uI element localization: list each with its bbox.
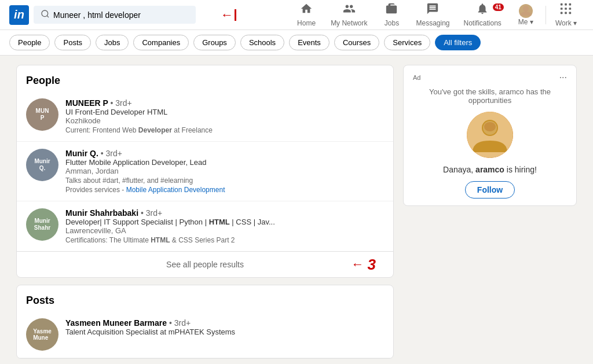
filter-events[interactable]: Events	[289, 35, 330, 50]
person-location: Kozhikode	[65, 116, 384, 125]
nav-messaging-label: Messaging	[416, 19, 449, 27]
svg-rect-7	[565, 8, 568, 10]
person-info: Munir Shahrbabaki • 3rd+ Developer| IT S…	[65, 208, 384, 244]
nav-divider	[546, 6, 546, 24]
nav-me-label: Me ▾	[518, 18, 533, 26]
posts-section-title: Posts	[17, 285, 393, 311]
person-title: Developer| IT Support Specialist | Pytho…	[65, 218, 384, 226]
nav-jobs-label: Jobs	[385, 19, 399, 27]
svg-rect-5	[569, 3, 572, 6]
ad-card: Ad ··· You've got the skills, aramco has…	[403, 65, 577, 206]
avatar	[519, 4, 533, 18]
person-name[interactable]: Munir Q. • 3rd+	[65, 149, 384, 158]
svg-rect-6	[561, 8, 563, 10]
filter-groups[interactable]: Groups	[193, 35, 236, 50]
ad-text: You've got the skills, aramco has the op…	[413, 87, 567, 105]
svg-rect-10	[565, 12, 568, 14]
left-column: People MUNP MUNEER P • 3rd+ UI Front-End…	[16, 65, 394, 359]
ad-person-image	[467, 112, 513, 158]
person-name[interactable]: MUNEER P • 3rd+	[65, 98, 384, 108]
table-row: MunirQ. Munir Q. • 3rd+ Flutter Mobile A…	[17, 142, 393, 201]
linkedin-logo[interactable]: in	[9, 5, 29, 25]
person-meta: Certifications: The Ultimate HTML & CSS …	[65, 236, 384, 244]
filter-schools[interactable]: Schools	[240, 35, 284, 50]
people-section-title: People	[17, 65, 393, 91]
work-icon	[559, 2, 572, 18]
list-item: YasmeMune Yasmeen Muneer Barmare • 3rd+ …	[17, 311, 393, 358]
ad-label: Ad	[413, 74, 420, 81]
people-section: People MUNP MUNEER P • 3rd+ UI Front-End…	[16, 65, 394, 278]
avatar: MunirShahr	[26, 208, 58, 241]
avatar: YasmeMune	[26, 318, 58, 351]
svg-point-0	[42, 10, 48, 17]
svg-rect-8	[569, 8, 572, 10]
svg-rect-11	[569, 12, 572, 14]
filter-companies[interactable]: Companies	[133, 35, 189, 50]
person-location: Lawrenceville, GA	[65, 226, 384, 235]
nav-messaging[interactable]: Messaging	[409, 0, 456, 30]
filter-courses[interactable]: Courses	[334, 35, 379, 50]
avatar: MunirQ.	[26, 149, 58, 181]
nav-work-label: Work ▾	[555, 19, 577, 27]
avatar: MUNP	[26, 98, 58, 131]
main-layout: People MUNP MUNEER P • 3rd+ UI Front-End…	[7, 56, 586, 364]
ad-company-text: Danaya, aramco is hiring!	[443, 165, 537, 174]
person-degree: • 3rd+	[111, 98, 132, 108]
nav-home-label: Home	[297, 19, 316, 27]
main-nav: Home My Network Jobs Messaging 41 Noti	[289, 0, 584, 30]
nav-me[interactable]: Me ▾	[508, 0, 543, 30]
filter-bar: People Posts Jobs Companies Groups Schoo…	[0, 30, 593, 56]
table-row: MUNP MUNEER P • 3rd+ UI Front-End Develo…	[17, 91, 393, 142]
svg-line-1	[47, 16, 49, 17]
filter-jobs[interactable]: Jobs	[96, 35, 129, 50]
nav-notifications-label: Notifications	[464, 19, 502, 27]
messaging-icon	[426, 2, 439, 18]
arrow-annotation-1: ←	[221, 8, 236, 23]
filter-posts[interactable]: Posts	[54, 35, 91, 50]
person-degree: • 3rd+	[169, 318, 191, 328]
see-all-label: See all people results	[166, 260, 244, 269]
posts-section: Posts YasmeMune Yasmeen Muneer Barmare •…	[16, 285, 394, 359]
header: in ← Home My Network	[0, 0, 593, 30]
filter-all[interactable]: All filters	[435, 35, 481, 50]
person-info: Munir Q. • 3rd+ Flutter Mobile Applicati…	[65, 149, 384, 194]
right-column: Ad ··· You've got the skills, aramco has…	[403, 65, 577, 359]
person-meta: Talks about #dart, #flutter, and #elearn…	[65, 177, 384, 185]
filter-services[interactable]: Services	[384, 35, 430, 50]
person-location: Amman, Jordan	[65, 167, 384, 175]
svg-rect-3	[561, 3, 563, 6]
ad-options[interactable]: ···	[559, 72, 567, 83]
see-all-people[interactable]: See all people results ← 3	[17, 251, 393, 277]
search-icon	[41, 9, 50, 20]
notifications-badge: 41	[493, 3, 504, 11]
jobs-icon	[385, 2, 398, 18]
svg-rect-9	[561, 12, 563, 14]
nav-home[interactable]: Home	[289, 0, 324, 30]
person-subtitle: Talent Acquisition Specialist at mPHATEK…	[65, 328, 384, 336]
person-degree: • 3rd+	[141, 208, 162, 218]
person-name[interactable]: Yasmeen Muneer Barmare • 3rd+	[65, 318, 384, 328]
nav-jobs[interactable]: Jobs	[374, 0, 409, 30]
network-icon	[343, 2, 356, 18]
person-info: MUNEER P • 3rd+ UI Front-End Developer H…	[65, 98, 384, 134]
filter-people[interactable]: People	[9, 35, 50, 50]
follow-button[interactable]: Follow	[465, 181, 515, 198]
nav-my-network[interactable]: My Network	[324, 0, 374, 30]
person-meta-2: Provides services - Mobile Application D…	[65, 186, 384, 194]
person-name[interactable]: Munir Shahrbabaki • 3rd+	[65, 208, 384, 218]
nav-work[interactable]: Work ▾	[548, 0, 584, 30]
person-title: Flutter Mobile Application Developer, Le…	[65, 158, 384, 167]
see-all-arrow-annotation: ← 3	[352, 257, 376, 272]
ad-header: Ad ···	[413, 72, 567, 83]
svg-rect-4	[565, 3, 568, 6]
search-input[interactable]	[53, 10, 189, 20]
search-bar: ←	[34, 6, 196, 24]
person-info: Yasmeen Muneer Barmare • 3rd+ Talent Acq…	[65, 318, 384, 351]
nav-network-label: My Network	[331, 19, 367, 27]
nav-notifications[interactable]: 41 Notifications	[457, 0, 508, 30]
svg-point-2	[523, 6, 529, 12]
home-icon	[300, 2, 313, 18]
table-row: MunirShahr Munir Shahrbabaki • 3rd+ Deve…	[17, 201, 393, 251]
person-title: UI Front-End Developer HTML	[65, 108, 384, 116]
ad-avatar	[467, 112, 513, 158]
